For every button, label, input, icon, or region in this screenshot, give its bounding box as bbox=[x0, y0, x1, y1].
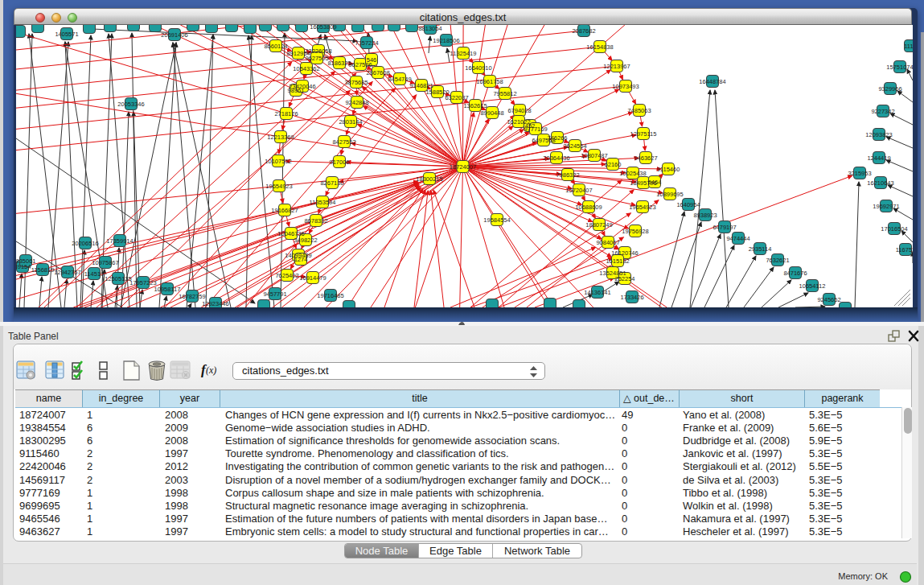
svg-text:8678332: 8678332 bbox=[304, 217, 327, 225]
svg-text:16053809: 16053809 bbox=[310, 25, 336, 31]
svg-text:10973493: 10973493 bbox=[612, 83, 639, 90]
svg-text:20691406: 20691406 bbox=[161, 31, 187, 39]
svg-text:16154838: 16154838 bbox=[586, 43, 613, 51]
svg-text:9115460: 9115460 bbox=[657, 166, 680, 173]
svg-text:12213967: 12213967 bbox=[603, 63, 630, 70]
svg-text:16914479: 16914479 bbox=[299, 274, 326, 282]
svg-text:10107552: 10107552 bbox=[265, 158, 291, 165]
svg-text:546: 546 bbox=[367, 56, 377, 64]
svg-text:23420046: 23420046 bbox=[289, 83, 315, 90]
svg-text:10654112: 10654112 bbox=[799, 282, 826, 290]
svg-text:17016504: 17016504 bbox=[881, 225, 907, 233]
svg-text:19692971: 19692971 bbox=[873, 203, 899, 210]
svg-text:1405571: 1405571 bbox=[55, 31, 78, 38]
svg-text:9463627: 9463627 bbox=[634, 154, 657, 162]
svg-text:16120746: 16120746 bbox=[611, 249, 638, 257]
svg-text:2803144: 2803144 bbox=[339, 118, 362, 126]
svg-text:11325419: 11325419 bbox=[450, 50, 477, 57]
svg-text:12213369: 12213369 bbox=[267, 134, 294, 141]
svg-text:2718176: 2718176 bbox=[274, 110, 298, 117]
svg-text:8471676: 8471676 bbox=[783, 270, 807, 277]
svg-text:16782759: 16782759 bbox=[179, 293, 205, 300]
svg-text:1362615: 1362615 bbox=[463, 102, 487, 109]
svg-text:9242848: 9242848 bbox=[345, 99, 368, 106]
svg-text:9084067: 9084067 bbox=[596, 239, 619, 246]
svg-text:252254: 252254 bbox=[614, 275, 634, 282]
svg-text:15751074: 15751074 bbox=[886, 64, 913, 71]
svg-text:6464: 6464 bbox=[648, 179, 662, 186]
svg-text:9627505: 9627505 bbox=[305, 55, 328, 62]
svg-text:16640910: 16640910 bbox=[465, 64, 491, 72]
svg-text:9474444: 9474444 bbox=[726, 235, 749, 242]
svg-text:10688609: 10688609 bbox=[575, 204, 602, 211]
svg-text:11353594: 11353594 bbox=[310, 199, 336, 206]
svg-text:9245652: 9245652 bbox=[817, 296, 840, 303]
svg-text:7625402: 7625402 bbox=[275, 272, 298, 279]
svg-text:8454749: 8454749 bbox=[388, 76, 411, 83]
svg-text:12923446: 12923446 bbox=[202, 300, 228, 307]
svg-text:1244419: 1244419 bbox=[867, 154, 890, 162]
svg-text:1112: 1112 bbox=[904, 43, 913, 50]
svg-text:19716485: 19716485 bbox=[317, 292, 343, 299]
svg-text:10543362: 10543362 bbox=[293, 65, 319, 72]
svg-text:9457791: 9457791 bbox=[263, 290, 286, 298]
svg-text:62160: 62160 bbox=[605, 161, 622, 168]
svg-text:16961758: 16961758 bbox=[476, 78, 503, 85]
svg-text:19654923: 19654923 bbox=[629, 204, 655, 211]
svg-text:19166827: 19166827 bbox=[271, 207, 298, 214]
svg-text:19654923: 19654923 bbox=[265, 183, 292, 190]
svg-text:1640954: 1640954 bbox=[676, 201, 700, 208]
svg-text:10807487: 10807487 bbox=[581, 152, 607, 159]
svg-text:14136141: 14136141 bbox=[584, 289, 610, 296]
svg-text:10025438: 10025438 bbox=[619, 170, 646, 177]
svg-text:116753: 116753 bbox=[896, 246, 913, 253]
svg-text:23226058: 23226058 bbox=[305, 47, 331, 55]
svg-text:10899695: 10899695 bbox=[656, 191, 683, 198]
svg-text:9777169: 9777169 bbox=[524, 126, 547, 133]
svg-text:15720407: 15720407 bbox=[565, 187, 592, 194]
svg-text:10975867: 10975867 bbox=[92, 259, 118, 266]
svg-text:12505135: 12505135 bbox=[105, 275, 131, 282]
svg-text:12975115: 12975115 bbox=[630, 130, 657, 138]
svg-text:8427552: 8427552 bbox=[332, 138, 355, 146]
svg-text:19218506: 19218506 bbox=[433, 37, 459, 44]
svg-text:19756928: 19756928 bbox=[622, 228, 648, 235]
svg-text:18724007: 18724007 bbox=[450, 163, 476, 171]
svg-text:917006: 917006 bbox=[329, 159, 349, 166]
svg-text:2935114: 2935114 bbox=[749, 245, 772, 253]
svg-text:7986322: 7986322 bbox=[556, 171, 579, 179]
svg-text:2087682: 2087682 bbox=[572, 27, 595, 35]
svg-text:7632621: 7632621 bbox=[766, 257, 789, 264]
svg-text:8660124: 8660124 bbox=[264, 43, 287, 50]
svg-text:1156819: 1156819 bbox=[31, 266, 55, 274]
svg-text:7955812: 7955812 bbox=[493, 90, 516, 97]
svg-text:7357224: 7357224 bbox=[355, 39, 378, 47]
svg-text:9227342: 9227342 bbox=[871, 108, 894, 115]
svg-text:17957223: 17957223 bbox=[129, 279, 156, 286]
svg-text:8186325: 8186325 bbox=[327, 60, 351, 67]
svg-text:6322037: 6322037 bbox=[445, 94, 468, 101]
svg-text:3875685: 3875685 bbox=[344, 79, 368, 86]
svg-text:8938923: 8938923 bbox=[693, 212, 717, 219]
svg-text:3624554: 3624554 bbox=[563, 142, 586, 150]
svg-text:20053346: 20053346 bbox=[117, 101, 144, 108]
svg-text:10958117: 10958117 bbox=[154, 286, 181, 293]
svg-text:6479197: 6479197 bbox=[713, 224, 736, 231]
svg-text:16210643: 16210643 bbox=[867, 179, 893, 187]
svg-text:(x): (x) bbox=[206, 365, 216, 376]
svg-text:1274: 1274 bbox=[294, 256, 308, 263]
svg-text:2867608: 2867608 bbox=[366, 69, 389, 76]
svg-text:19584554: 19584554 bbox=[483, 216, 510, 224]
svg-text:20206516: 20206516 bbox=[72, 240, 98, 247]
svg-text:8813054: 8813054 bbox=[418, 25, 441, 32]
svg-text:8990448: 8990448 bbox=[480, 109, 503, 117]
svg-text:1615132: 1615132 bbox=[606, 257, 629, 265]
svg-text:17359914: 17359914 bbox=[106, 237, 133, 245]
svg-text:12942757: 12942757 bbox=[54, 269, 80, 276]
svg-text:18807249: 18807249 bbox=[585, 221, 612, 229]
svg-text:1733426: 1733426 bbox=[620, 294, 643, 301]
svg-text:12093823: 12093823 bbox=[865, 131, 892, 138]
svg-text:18300215: 18300215 bbox=[416, 175, 442, 183]
svg-text:6794028: 6794028 bbox=[507, 107, 531, 114]
svg-text:114519: 114519 bbox=[84, 270, 104, 278]
